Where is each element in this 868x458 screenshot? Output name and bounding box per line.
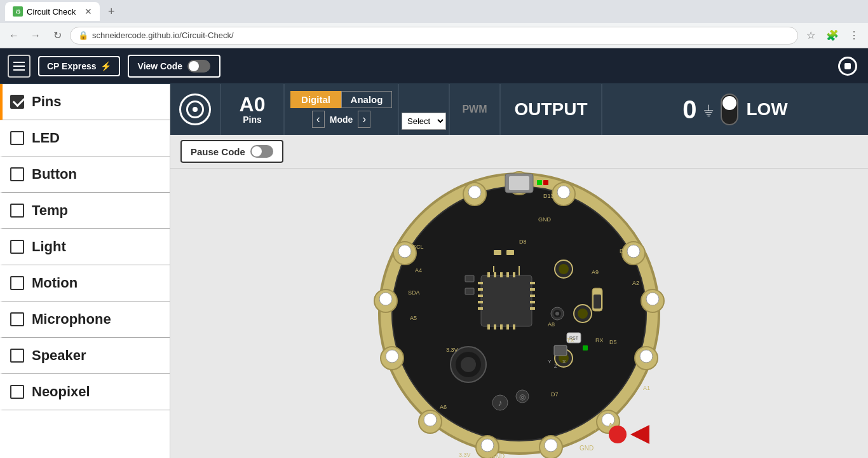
svg-text:SDA: SDA [408, 289, 420, 296]
svg-point-11 [640, 350, 653, 363]
svg-text:VOUT: VOUT [581, 426, 598, 433]
svg-point-21 [386, 350, 398, 363]
pin-value: 0 [682, 95, 696, 124]
motion-checkbox[interactable] [10, 276, 24, 290]
pin-id: A0 [240, 94, 266, 114]
speaker-label: Speaker [32, 347, 86, 364]
back-button[interactable]: ← [5, 27, 23, 45]
pwm-section: PWM [450, 84, 501, 135]
bookmark-button[interactable]: ☆ [802, 27, 820, 45]
neopixel-checkbox[interactable] [10, 385, 24, 399]
svg-text:D8: D8 [519, 239, 527, 245]
svg-rect-41 [530, 301, 535, 303]
svg-point-55 [461, 357, 476, 372]
svg-rect-52 [513, 324, 515, 330]
svg-text:Y: Y [548, 359, 552, 364]
value-toggle[interactable] [721, 94, 738, 125]
svg-text:◎: ◎ [519, 392, 526, 401]
pin-section: A0 Pins [221, 84, 285, 135]
sidebar-item-motion[interactable]: Motion [0, 265, 170, 302]
pins-checkbox[interactable] [10, 95, 24, 109]
forward-button[interactable]: → [27, 27, 44, 45]
mode-nav-label: Mode [330, 114, 353, 125]
svg-text:D5: D5 [609, 339, 617, 345]
svg-rect-71 [506, 250, 514, 255]
svg-text:TX: TX [567, 337, 574, 344]
main-content: Pins LED Button Temp Light Motion [0, 84, 868, 458]
url-text: schneidercode.github.io/Circuit-Check/ [92, 31, 234, 40]
pause-code-bar: Pause Code [170, 135, 868, 169]
svg-text:A2: A2 [632, 280, 639, 286]
target-button[interactable] [170, 84, 221, 135]
svg-text:A1: A1 [643, 385, 650, 391]
analog-tab[interactable]: Analog [341, 91, 392, 108]
microphone-checkbox[interactable] [10, 312, 24, 326]
light-checkbox[interactable] [10, 240, 24, 254]
speaker-checkbox[interactable] [10, 349, 24, 363]
microphone-label: Microphone [32, 311, 111, 328]
svg-point-97 [609, 426, 627, 443]
svg-rect-34 [478, 288, 483, 291]
tab-close-button[interactable]: ✕ [85, 6, 92, 17]
svg-text:♪: ♪ [498, 398, 503, 408]
svg-text:3.3V: 3.3V [446, 347, 458, 353]
sidebar-item-pins[interactable]: Pins [0, 84, 170, 120]
svg-rect-44 [494, 272, 496, 277]
address-bar[interactable]: 🔒 schneidercode.github.io/Circuit-Check/ [70, 27, 798, 45]
svg-point-5 [557, 186, 570, 198]
svg-text:A8: A8 [548, 321, 555, 328]
sidebar-item-neopixel[interactable]: Neopixel [0, 374, 170, 410]
neopixel-label: Neopixel [32, 384, 90, 400]
cp-express-button[interactable]: CP Express ⚡ [38, 56, 120, 76]
sidebar-item-speaker[interactable]: Speaker [0, 338, 170, 374]
svg-rect-48 [487, 324, 490, 330]
sidebar-item-led[interactable]: LED [0, 120, 170, 156]
svg-rect-43 [487, 272, 490, 277]
settings-button[interactable] [835, 53, 860, 79]
pin-mode-select[interactable]: Select INPUT OUTPUT INPUT_PULLUP [402, 113, 446, 130]
button-checkbox[interactable] [10, 167, 24, 181]
temp-checkbox[interactable] [10, 204, 24, 218]
mode-next-button[interactable]: › [358, 111, 370, 128]
pwm-label: PWM [462, 104, 487, 115]
circuit-board: RST [367, 169, 672, 458]
output-section: OUTPUT [501, 84, 602, 135]
usb-icon: ⚡ [100, 61, 111, 71]
led-checkbox[interactable] [10, 131, 24, 145]
view-code-button[interactable]: View Code [128, 55, 221, 78]
sidebar-item-microphone[interactable]: Microphone [0, 302, 170, 338]
svg-point-57 [559, 264, 569, 274]
settings-icon [838, 57, 857, 76]
svg-rect-33 [478, 282, 483, 284]
board-area: RST [170, 169, 868, 458]
refresh-button[interactable]: ↻ [48, 27, 66, 45]
sidebar-item-light[interactable]: Light [0, 229, 170, 265]
menu-button[interactable]: ⋮ [845, 27, 863, 45]
hamburger-button[interactable] [8, 55, 31, 78]
pin-label: Pins [243, 114, 262, 125]
digital-tab[interactable]: Digital [290, 91, 341, 108]
browser-actions: ☆ 🧩 ⋮ [802, 27, 863, 45]
mode-prev-button[interactable]: ‹ [312, 111, 325, 128]
sidebar-item-temp[interactable]: Temp [0, 193, 170, 229]
pause-code-button[interactable]: Pause Code [180, 140, 283, 163]
svg-rect-49 [494, 324, 496, 330]
svg-rect-42 [530, 307, 535, 310]
mode-tabs: Digital Analog [290, 91, 392, 108]
view-code-toggle[interactable] [187, 60, 210, 73]
right-panel: A0 Pins Digital Analog ‹ Mode › [170, 84, 868, 458]
value-section: 0 ⏚ LOW [602, 84, 868, 135]
svg-rect-40 [530, 295, 535, 297]
svg-text:X: X [562, 359, 566, 364]
pause-code-toggle[interactable] [250, 145, 273, 158]
svg-point-9 [646, 293, 659, 305]
sidebar-item-button[interactable]: Button [0, 156, 170, 193]
output-label: OUTPUT [514, 99, 587, 120]
svg-point-15 [545, 439, 557, 452]
svg-text:GND: GND [538, 216, 552, 223]
active-tab[interactable]: ⚙ Circuit Check ✕ [5, 2, 100, 21]
led-label: LED [32, 130, 60, 146]
extensions-button[interactable]: 🧩 [824, 27, 841, 45]
new-tab-button[interactable]: + [102, 3, 120, 20]
hamburger-icon [13, 62, 25, 71]
